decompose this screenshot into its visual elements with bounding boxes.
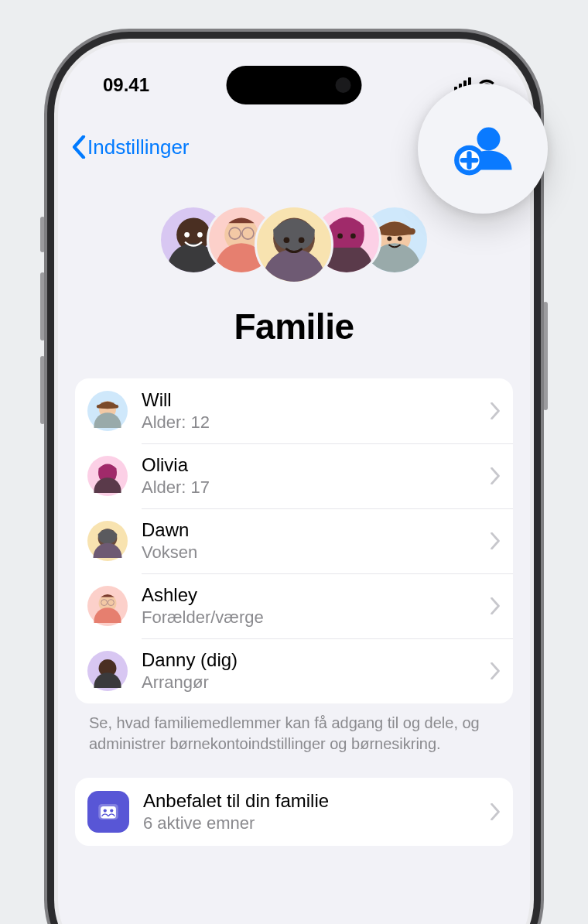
- member-subtitle: Alder: 17: [142, 477, 490, 498]
- back-button[interactable]: Indstillinger: [72, 135, 190, 159]
- svg-point-27: [94, 543, 122, 558]
- member-name: Olivia: [142, 454, 490, 476]
- svg-point-11: [299, 237, 305, 243]
- avatar: [87, 391, 128, 431]
- family-member-row[interactable]: Ashley Forælder/værge: [75, 573, 513, 638]
- member-subtitle: Forælder/værge: [142, 607, 490, 628]
- person-add-icon: [452, 118, 514, 180]
- svg-point-15: [350, 234, 356, 239]
- avatar: [87, 521, 128, 561]
- family-recommendations-icon: [87, 791, 129, 833]
- status-time: 09.41: [103, 74, 149, 96]
- svg-rect-35: [101, 806, 116, 819]
- family-member-row[interactable]: Dawn Voksen: [75, 508, 513, 573]
- avatar: [87, 651, 128, 691]
- member-subtitle: Arrangør: [142, 672, 490, 693]
- chevron-right-icon: [490, 803, 501, 820]
- svg-point-14: [337, 234, 343, 239]
- back-label: Indstillinger: [87, 135, 190, 159]
- volume-down-button: [40, 356, 45, 424]
- avatar: [87, 586, 128, 626]
- svg-point-10: [284, 237, 290, 243]
- chevron-right-icon: [490, 662, 501, 679]
- chevron-left-icon: [72, 135, 86, 159]
- svg-point-2: [184, 232, 190, 238]
- members-footer-note: Se, hvad familiemedlemmer kan få adgang …: [75, 703, 513, 755]
- recommended-card: Anbefalet til din familie 6 aktive emner: [75, 778, 513, 846]
- svg-point-25: [94, 477, 121, 493]
- member-name: Ashley: [142, 584, 490, 606]
- member-subtitle: Voksen: [142, 542, 490, 563]
- chevron-right-icon: [490, 467, 501, 484]
- member-name: Will: [142, 389, 490, 411]
- svg-point-19: [387, 236, 391, 241]
- add-member-button[interactable]: [418, 84, 548, 214]
- svg-point-36: [104, 809, 107, 812]
- svg-point-23: [94, 412, 121, 428]
- svg-point-33: [94, 672, 121, 688]
- svg-point-38: [477, 128, 501, 151]
- svg-point-37: [110, 809, 113, 812]
- member-subtitle: Alder: 12: [142, 412, 490, 433]
- side-button: [40, 217, 45, 252]
- recommended-subtitle: 6 aktive emner: [143, 813, 490, 833]
- chevron-right-icon: [490, 532, 501, 549]
- family-member-row[interactable]: Will Alder: 12: [75, 378, 513, 443]
- volume-up-button: [40, 272, 45, 341]
- recommended-title: Anbefalet til din familie: [143, 790, 490, 812]
- chevron-right-icon: [490, 402, 501, 419]
- svg-point-31: [94, 607, 121, 623]
- svg-point-3: [197, 232, 203, 238]
- svg-point-20: [398, 236, 402, 241]
- family-member-row[interactable]: Danny (dig) Arrangør: [75, 638, 513, 703]
- family-avatars: [75, 205, 513, 284]
- avatar: [87, 456, 128, 496]
- avatar: [255, 205, 333, 284]
- svg-point-9: [263, 249, 326, 282]
- family-member-row[interactable]: Olivia Alder: 17: [75, 443, 513, 508]
- chevron-right-icon: [490, 597, 501, 614]
- svg-rect-22: [97, 405, 118, 408]
- member-name: Danny (dig): [142, 649, 490, 671]
- member-name: Dawn: [142, 519, 490, 541]
- power-button: [543, 302, 548, 410]
- page-title: Familie: [75, 306, 513, 347]
- recommended-row[interactable]: Anbefalet til din familie 6 aktive emner: [75, 778, 513, 846]
- family-members-list: Will Alder: 12 Olivia Alder: 17 Dawn Vok…: [75, 378, 513, 703]
